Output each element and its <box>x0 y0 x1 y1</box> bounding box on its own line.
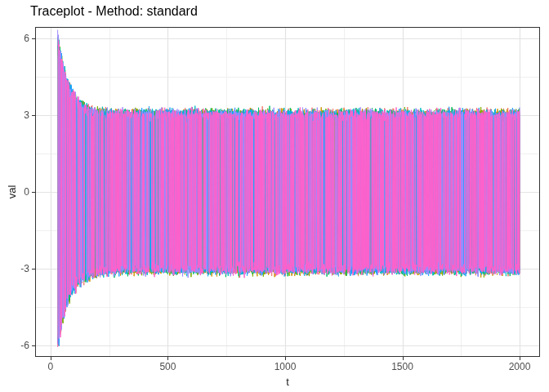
y-tick-label: 6 <box>0 33 29 43</box>
plot-title: Traceplot - Method: standard <box>30 4 198 19</box>
x-tick-label: 1000 <box>274 362 297 372</box>
traceplot-figure: Traceplot - Method: standard 630-3-60500… <box>0 0 549 392</box>
y-tick-label: 3 <box>0 110 29 120</box>
trace-plot-canvas <box>0 0 549 392</box>
x-axis-title: t <box>286 376 289 387</box>
y-tick-label: -6 <box>0 341 29 350</box>
x-tick-label: 500 <box>159 362 176 372</box>
x-tick-label: 1500 <box>391 362 413 372</box>
x-tick-label: 2000 <box>509 362 531 372</box>
y-tick-label: -3 <box>0 264 29 274</box>
x-tick-label: 0 <box>48 362 54 372</box>
y-axis-title: val <box>7 185 17 199</box>
